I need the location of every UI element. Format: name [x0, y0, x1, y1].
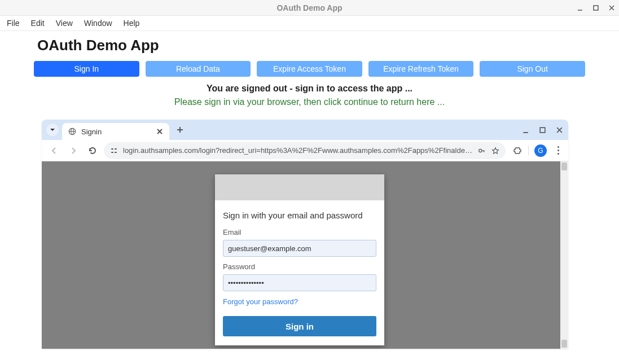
window-close-icon[interactable]	[608, 4, 616, 12]
menu-view[interactable]: View	[50, 16, 78, 30]
password-field[interactable]	[223, 274, 376, 291]
reload-data-button[interactable]: Reload Data	[146, 61, 251, 77]
sign-out-button[interactable]: Sign Out	[480, 61, 585, 77]
svg-marker-22	[493, 147, 499, 153]
svg-rect-1	[594, 6, 598, 10]
expire-access-button[interactable]: Expire Access Token	[257, 61, 362, 77]
scroll-down-arrow[interactable]	[561, 340, 567, 348]
browser-page: Sign in with your email and password Ema…	[42, 161, 568, 349]
scrollbar[interactable]	[560, 161, 568, 349]
profile-badge[interactable]: G	[534, 144, 547, 157]
login-card: Sign in with your email and password Ema…	[215, 174, 384, 345]
browser-toolbar: login.authsamples.com/login?redirect_uri…	[42, 140, 568, 161]
new-tab-button[interactable]	[173, 122, 187, 137]
browser-close-icon[interactable]	[555, 125, 564, 134]
svg-rect-16	[115, 148, 117, 150]
menu-window[interactable]: Window	[78, 16, 118, 30]
globe-icon	[68, 127, 77, 136]
signin-submit-button[interactable]: Sign in	[223, 316, 376, 336]
tab-close-icon[interactable]	[156, 128, 164, 135]
browser-tabstrip: Signin	[42, 120, 568, 140]
login-header	[215, 174, 384, 200]
svg-rect-17	[111, 152, 113, 153]
svg-rect-12	[540, 128, 545, 133]
back-button[interactable]	[46, 143, 62, 159]
browser-tab[interactable]: Signin	[62, 123, 169, 140]
forward-button[interactable]	[65, 143, 81, 159]
toolbar-divider	[528, 146, 529, 156]
svg-rect-18	[115, 152, 117, 153]
login-title: Sign in with your email and password	[223, 210, 376, 220]
window-maximize-icon[interactable]	[592, 4, 600, 12]
app-content: OAuth Demo App Sign In Reload Data Expir…	[0, 31, 619, 107]
email-field[interactable]	[223, 240, 376, 257]
sign-in-button[interactable]: Sign In	[34, 61, 139, 77]
tab-title: Signin	[81, 128, 151, 136]
instruction-text: Please sign in via your browser, then cl…	[0, 97, 619, 107]
url-bar[interactable]: login.authsamples.com/login?redirect_uri…	[104, 142, 506, 159]
window-minimize-icon[interactable]	[576, 4, 584, 12]
window-title: OAuth Demo App	[0, 3, 619, 12]
scroll-up-arrow[interactable]	[561, 163, 567, 170]
password-label: Password	[223, 262, 376, 271]
svg-rect-15	[111, 148, 113, 150]
expire-refresh-button[interactable]: Expire Refresh Token	[368, 61, 474, 77]
password-key-icon[interactable]	[477, 146, 486, 155]
extensions-icon[interactable]	[512, 146, 523, 156]
button-row: Sign In Reload Data Expire Access Token …	[0, 61, 619, 77]
reload-button[interactable]	[85, 143, 100, 159]
svg-point-19	[479, 149, 482, 152]
bookmark-star-icon[interactable]	[491, 146, 500, 155]
status-text: You are signed out - sign in to access t…	[0, 84, 619, 94]
menu-edit[interactable]: Edit	[25, 16, 50, 30]
email-label: Email	[223, 228, 376, 236]
browser-minimize-icon[interactable]	[521, 125, 530, 134]
window-titlebar: OAuth Demo App	[0, 0, 619, 16]
browser-window: Signin	[42, 120, 568, 349]
browser-maximize-icon[interactable]	[538, 125, 547, 134]
menu-help[interactable]: Help	[118, 16, 146, 30]
app-heading: OAuth Demo App	[37, 37, 619, 54]
menubar: File Edit View Window Help	[0, 16, 619, 31]
menu-file[interactable]: File	[1, 16, 25, 30]
site-settings-icon[interactable]	[109, 146, 118, 155]
tab-search-dropdown[interactable]	[46, 124, 59, 136]
url-text: login.authsamples.com/login?redirect_uri…	[123, 146, 473, 155]
forgot-password-link[interactable]: Forgot your password?	[223, 297, 298, 306]
kebab-menu-icon[interactable]	[552, 146, 564, 155]
